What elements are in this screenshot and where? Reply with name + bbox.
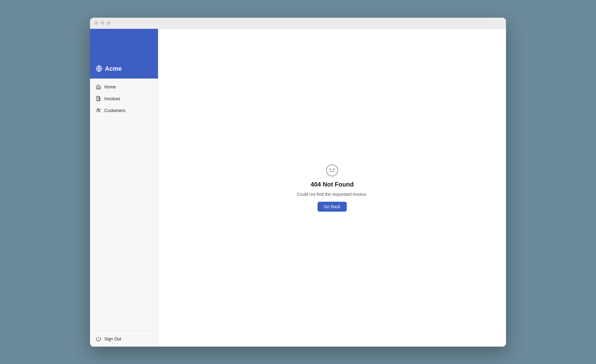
titlebar-dot-3 [107, 21, 111, 25]
error-container: 404 Not Found Could not find the request… [297, 164, 367, 212]
sidebar-item-customers-label: Customers [104, 108, 125, 113]
titlebar-dot-2 [101, 21, 104, 25]
svg-point-7 [327, 165, 338, 176]
sidebar-footer: Sign Out [90, 331, 158, 347]
go-back-button[interactable]: Go Back [318, 202, 347, 212]
sign-out-label: Sign Out [104, 336, 121, 341]
svg-point-5 [97, 109, 99, 110]
logo-content: Acme [96, 65, 122, 72]
logo-text: Acme [105, 65, 122, 72]
svg-point-8 [330, 169, 331, 170]
sign-out-button[interactable]: Sign Out [96, 336, 152, 342]
sidebar-item-invoices-label: Invoices [104, 96, 120, 101]
titlebar [90, 18, 506, 29]
app-body: Acme Home [90, 29, 506, 347]
error-title: 404 Not Found [311, 181, 354, 188]
globe-icon [96, 65, 102, 72]
sidebar: Acme Home [90, 29, 158, 347]
main-content: 404 Not Found Could not find the request… [158, 29, 506, 347]
sidebar-nav: Home Invoices [90, 79, 158, 331]
sidebar-logo[interactable]: Acme [90, 29, 158, 79]
invoices-icon [96, 96, 101, 101]
sidebar-item-home[interactable]: Home [90, 81, 158, 93]
svg-point-9 [333, 169, 334, 170]
home-icon [96, 84, 101, 90]
customers-icon [96, 108, 101, 113]
sidebar-item-home-label: Home [104, 84, 116, 89]
sidebar-item-customers[interactable]: Customers [90, 105, 158, 116]
sad-face-icon [325, 164, 339, 177]
app-window: Acme Home [90, 18, 506, 347]
error-message: Could not find the requested invoice. [297, 192, 367, 197]
sidebar-item-invoices[interactable]: Invoices [90, 93, 158, 105]
svg-point-6 [99, 109, 100, 110]
titlebar-dot-1 [94, 21, 98, 25]
power-icon [96, 336, 101, 342]
